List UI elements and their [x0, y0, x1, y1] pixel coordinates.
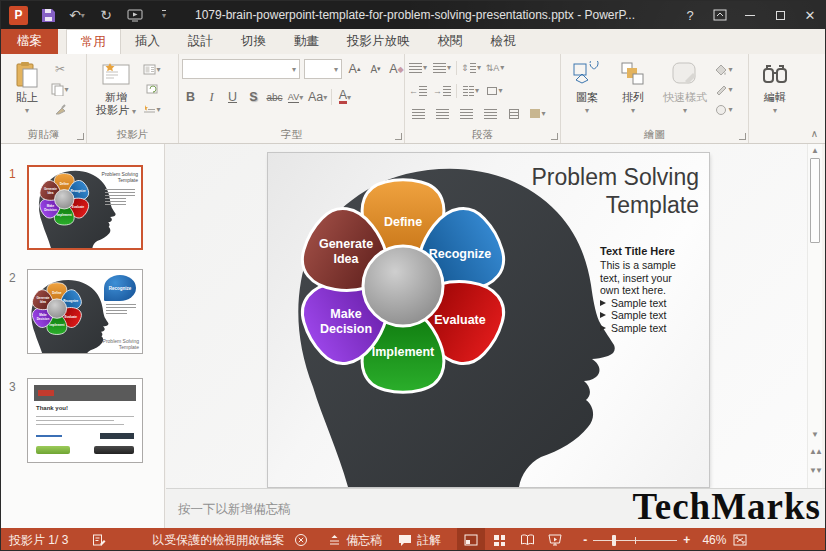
- title-bar: P ↶▾ ↻ ▾ 1079-brain-powerpoint-template-…: [1, 1, 825, 29]
- decrease-indent-button[interactable]: ←: [408, 82, 428, 99]
- bold-button[interactable]: B: [182, 88, 199, 106]
- strikethrough-button[interactable]: abc: [266, 88, 283, 106]
- clipboard-dialog-launcher[interactable]: [77, 133, 84, 140]
- font-size-combo[interactable]: ▾: [304, 59, 342, 79]
- slide-indicator[interactable]: 投影片 1/ 3: [9, 532, 68, 549]
- change-case-button[interactable]: Aa▾: [308, 88, 327, 106]
- previous-slide-button[interactable]: ▲▲: [808, 447, 822, 456]
- line-spacing-button[interactable]: ⇕▾: [461, 59, 481, 76]
- minimize-button[interactable]: [735, 1, 765, 29]
- justify-button[interactable]: [480, 105, 500, 122]
- spell-check-icon[interactable]: [92, 533, 106, 547]
- maximize-button[interactable]: [765, 1, 795, 29]
- font-color-button[interactable]: A▾: [336, 88, 353, 106]
- notes-placeholder[interactable]: 按一下以新增備忘稿: [178, 501, 291, 518]
- tab-design[interactable]: 設計: [174, 29, 227, 54]
- align-left-button[interactable]: [408, 105, 428, 122]
- font-name-combo[interactable]: ▾: [182, 59, 300, 79]
- close-button[interactable]: ✕: [795, 1, 825, 29]
- font-dialog-launcher[interactable]: [395, 133, 402, 140]
- scrollbar-thumb[interactable]: [810, 158, 820, 243]
- vertical-scrollbar[interactable]: ▲ ▼ ▲▲ ▼▼: [807, 144, 822, 488]
- scroll-down-button[interactable]: ▼: [808, 430, 822, 439]
- undo-button[interactable]: ↶▾: [68, 6, 86, 24]
- distribute-button[interactable]: [504, 105, 524, 122]
- tab-file[interactable]: 檔案: [1, 29, 58, 54]
- align-text-button[interactable]: ▾: [485, 82, 505, 99]
- tab-transitions[interactable]: 切換: [227, 29, 280, 54]
- tab-home[interactable]: 常用: [66, 29, 121, 54]
- next-slide-button[interactable]: ▼▼: [808, 466, 822, 475]
- shape-effects-button[interactable]: ▾: [714, 101, 734, 117]
- text-shadow-button[interactable]: S: [245, 88, 262, 106]
- cut-button[interactable]: ✂: [50, 61, 70, 77]
- editing-button[interactable]: 編輯 ▾: [752, 57, 798, 117]
- reset-slide-button[interactable]: [142, 81, 162, 97]
- quick-styles-button[interactable]: 快速樣式 ▾: [656, 57, 714, 117]
- zoom-level[interactable]: 46%: [702, 533, 726, 547]
- align-center-button[interactable]: [432, 105, 452, 122]
- slide-text-block[interactable]: Text Title Here This is a sample text, i…: [600, 245, 704, 334]
- shrink-font-button[interactable]: A▾: [367, 60, 384, 78]
- slide-thumbnail-1[interactable]: Problem SolvingTemplate: [27, 165, 143, 250]
- reading-view-button[interactable]: [513, 528, 541, 551]
- bullets-button[interactable]: ▾: [408, 59, 428, 76]
- zoom-slider-thumb[interactable]: [612, 535, 616, 546]
- numbering-button[interactable]: ▾: [432, 59, 452, 76]
- tab-animations[interactable]: 動畫: [280, 29, 333, 54]
- normal-view-button[interactable]: [457, 528, 485, 551]
- notes-toggle[interactable]: 備忘稿: [328, 532, 382, 549]
- text-direction-button[interactable]: ⇅A▾: [485, 59, 505, 76]
- new-slide-button[interactable]: 新增 投影片 ▾: [90, 57, 142, 118]
- layout-button[interactable]: ▾: [142, 61, 162, 77]
- slide-show-button[interactable]: [541, 528, 569, 551]
- close-protected-view-icon[interactable]: [294, 533, 308, 547]
- help-button[interactable]: ?: [675, 1, 705, 29]
- underline-button[interactable]: U: [224, 88, 241, 106]
- slide-thumbnail-3[interactable]: Thank you!: [27, 378, 143, 463]
- window-title: 1079-brain-powerpoint-template-for-probl…: [195, 8, 635, 22]
- comment-icon: [398, 534, 412, 547]
- save-icon[interactable]: [39, 6, 57, 24]
- columns-button[interactable]: ▾: [461, 82, 481, 99]
- section-button[interactable]: ▾: [142, 101, 162, 117]
- tab-insert[interactable]: 插入: [121, 29, 174, 54]
- drawing-dialog-launcher[interactable]: [739, 133, 746, 140]
- arrange-button[interactable]: 排列 ▾: [610, 57, 656, 117]
- customize-qat-button[interactable]: ▾: [155, 6, 173, 24]
- thumbnail-2-text-lines: [106, 304, 136, 316]
- tab-review[interactable]: 校閱: [424, 29, 477, 54]
- current-slide[interactable]: Problem Solving Template Text Title Here…: [268, 153, 709, 487]
- comments-toggle[interactable]: 註解: [398, 532, 441, 549]
- zoom-slider-track[interactable]: [593, 540, 677, 541]
- format-painter-button[interactable]: [50, 101, 70, 117]
- fit-slide-to-window-button[interactable]: [726, 528, 754, 551]
- character-spacing-button[interactable]: AV▾: [287, 88, 304, 106]
- shapes-button[interactable]: 圖案 ▾: [564, 57, 610, 117]
- slide-sorter-view-button[interactable]: [485, 528, 513, 551]
- italic-button[interactable]: I: [203, 88, 220, 106]
- paragraph-dialog-launcher[interactable]: [551, 133, 558, 140]
- ribbon-display-options-button[interactable]: [705, 1, 735, 29]
- increase-indent-button[interactable]: →: [432, 82, 452, 99]
- tab-slideshow[interactable]: 投影片放映: [333, 29, 424, 54]
- paste-button[interactable]: 貼上 ▾: [4, 57, 50, 117]
- copy-button[interactable]: ▾: [50, 81, 70, 97]
- scroll-up-button[interactable]: ▲: [808, 146, 822, 155]
- align-right-button[interactable]: [456, 105, 476, 122]
- slide-thumbnail-2[interactable]: Recognize Problem SolvingTemplate: [27, 269, 143, 354]
- clear-formatting-button[interactable]: A◆: [388, 60, 405, 78]
- slide-editing-canvas[interactable]: Problem Solving Template Text Title Here…: [166, 144, 807, 488]
- tab-view[interactable]: 檢視: [477, 29, 530, 54]
- zoom-in-button[interactable]: +: [683, 533, 690, 547]
- collapse-ribbon-button[interactable]: ∧: [811, 128, 818, 139]
- slide-title[interactable]: Problem Solving Template: [532, 163, 699, 219]
- thumbnail-3-green-button: [36, 446, 70, 454]
- convert-smartart-button[interactable]: ▾: [528, 105, 548, 122]
- start-slideshow-icon[interactable]: [126, 6, 144, 24]
- zoom-out-button[interactable]: -: [583, 533, 587, 547]
- shape-outline-button[interactable]: ▾: [714, 81, 734, 97]
- grow-font-button[interactable]: A▴: [346, 60, 363, 78]
- redo-button[interactable]: ↻: [97, 6, 115, 24]
- shape-fill-button[interactable]: ▾: [714, 61, 734, 77]
